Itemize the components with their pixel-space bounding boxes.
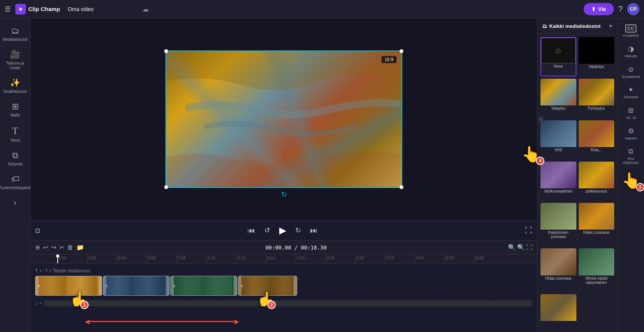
ruler-mark-8: 0:16 (296, 254, 325, 264)
corner-handle-br[interactable] (400, 185, 403, 189)
sidebar-item-sisallokjeston[interactable]: ✨ Sisällökjeston (2, 75, 29, 97)
media-label-poik: poikkeavuus (579, 188, 615, 194)
play-button[interactable]: ▶ (279, 225, 286, 236)
media-item-pyoraytys[interactable]: Pyöräytys (579, 79, 615, 118)
rewind-button[interactable]: ⏮ (248, 226, 255, 235)
fwd5-button[interactable]: ↻ (295, 226, 301, 235)
ruler-mark-3: 0:06 (147, 254, 176, 264)
fullscreen-button[interactable]: ⛶ (525, 226, 532, 235)
corner-handle-tr[interactable] (400, 49, 403, 53)
media-item-vihrea[interactable]: Vihreä näyttö satunnainen (579, 248, 615, 292)
right-icon-item-adjust[interactable]: ⊞ Ad...tö (619, 103, 643, 123)
sidebar-item-teksti[interactable]: T Teksti (2, 122, 29, 146)
ruler-mark-5: 0:10 (206, 254, 236, 264)
media-item-hidas1[interactable]: Hidas zoomaus (579, 203, 615, 246)
video-container[interactable]: 16:9 ↻ (165, 50, 402, 188)
back5-button[interactable]: ↺ (264, 226, 270, 235)
media-label-pyoraytys: Pyöräytys (579, 105, 615, 111)
media-item-varik[interactable]: Varikromaattinen (540, 162, 576, 201)
media-thumb-valaitys (540, 79, 576, 105)
clip-3[interactable]: ⏸ (170, 276, 237, 296)
folder-icon: 🗂 (11, 26, 19, 36)
media-label-vihrea: Vihreä näyttö satunnainen (579, 275, 615, 285)
right-icon-item-haivytto[interactable]: ◑ Häivyttö (619, 42, 643, 62)
zoom-in-button[interactable]: 🔍 (517, 244, 525, 251)
corner-handle-bl[interactable] (164, 185, 168, 189)
clip-pause-3: ⏸ (172, 284, 176, 288)
clip-2[interactable]: ⏸ (103, 276, 170, 296)
media-button[interactable]: 📁 (76, 244, 84, 251)
media-item-hidas2[interactable]: Hidas zoomaus (540, 248, 576, 292)
right-panel: 🗂 Kaikki mediatiedostot ▾ ⊘ None Valahdy… (537, 18, 617, 332)
clip-handle-right-1[interactable] (99, 276, 102, 295)
arrow-left-icon: ◀ (85, 318, 89, 325)
cut-button[interactable]: ✂ (59, 244, 64, 251)
help-icon[interactable]: ? (618, 5, 623, 13)
clip-handle-right-4[interactable] (294, 276, 297, 295)
avatar[interactable]: CP (627, 3, 639, 15)
media-item-poik[interactable]: poikkeavuus (579, 162, 615, 201)
ruler-mark-7: 0:14 (266, 254, 296, 264)
camera-icon: 🎥 (10, 50, 20, 60)
panel-collapse-button[interactable]: ▾ (608, 22, 613, 30)
snap-button[interactable]: ⊕ (35, 244, 40, 251)
sidebar-item-tuotemerkkipaketit[interactable]: 🏷 Tuotemerkkipaketit (2, 171, 29, 193)
sidebar-label-mallit: Mallit (11, 113, 19, 118)
clip-handle-right-3[interactable] (234, 276, 237, 295)
sidebar-item-siirtymät[interactable]: ⧉ Siirtymät (2, 147, 29, 170)
right-icon-item-suodattimet[interactable]: ⊘ Suodattimet (619, 62, 643, 82)
left-sidebar: 🗂 Mediatiedostot 🎥 Tallenna ja create ✨ … (0, 18, 31, 332)
rotate-handle[interactable]: ↻ (281, 190, 287, 199)
media-item-kaatuminen[interactable]: Kaatumisen zoomaus (540, 203, 576, 246)
clip-pause-1: ⏸ (37, 284, 41, 288)
playhead[interactable] (57, 254, 58, 263)
cloud-icon: ☁ (142, 5, 149, 13)
caption-button[interactable]: ⊡ (35, 227, 40, 234)
right-icon-label-kuvateksti: Kuvateksti (623, 34, 639, 38)
zoom-out-button[interactable]: 🔍 (508, 244, 516, 251)
sidebar-label-teksti: Teksti (10, 138, 20, 143)
ruler-mark-12: 0:24 (415, 254, 445, 264)
undo-button[interactable]: ↩ (43, 244, 48, 251)
right-icon-item-nopeus[interactable]: ⚙ Nopeus (619, 124, 643, 144)
media-thumb-vhs (540, 120, 576, 147)
timeline-fullscreen-button[interactable]: ⛶ (526, 244, 532, 251)
project-title[interactable] (65, 5, 138, 14)
right-icon-item-tehosteet[interactable]: ✦ Tehosteet (619, 83, 643, 102)
redo-button[interactable]: ↪ (51, 244, 56, 251)
export-button[interactable]: ⬆ Vie (584, 3, 614, 15)
corner-handle-tl[interactable] (164, 49, 168, 53)
media-item-bottom[interactable] (540, 294, 576, 329)
media-thumb-vihrea (579, 248, 615, 275)
media-item-valahdys[interactable]: Valahdys (579, 37, 615, 76)
media-item-valaitys[interactable]: Valaytys (540, 79, 576, 118)
cc-icon: CC (625, 24, 636, 32)
right-icon-item-muu[interactable]: ⧉ Muu ohjelmisto (619, 144, 643, 168)
clip-pause-4: ⏸ (240, 284, 244, 288)
sparkle-icon: ✨ (10, 78, 20, 88)
media-item-rotation[interactable]: Rota... (579, 120, 615, 159)
playhead-indicator (56, 254, 59, 258)
cursor-number-3: 3 (636, 183, 644, 191)
media-thumb-hidas1 (579, 203, 615, 230)
arrow-right-icon: ▶ (235, 318, 239, 325)
more-icon: ⧉ (628, 147, 633, 155)
clip-4[interactable]: ⏸ (238, 276, 297, 296)
media-thumb-valahdys (579, 37, 615, 64)
delete-button[interactable]: 🗑 (67, 244, 73, 251)
skip-button[interactable]: ⏭ (310, 226, 318, 235)
sidebar-item-mediatiedostot[interactable]: 🗂 Mediatiedostot (2, 23, 29, 45)
media-item-none[interactable]: ⊘ None (540, 37, 576, 76)
media-item-vhs[interactable]: VHS (540, 120, 576, 159)
speed-icon: ⚙ (628, 127, 634, 135)
sidebar-item-mallit[interactable]: ⊞ Mallit (2, 99, 29, 121)
chevron-right-icon: › (14, 198, 16, 208)
sidebar-item-tallenna[interactable]: 🎥 Tallenna ja create (2, 47, 29, 73)
clip-handle-right-2[interactable] (166, 276, 169, 295)
menu-icon[interactable]: ☰ (5, 5, 11, 13)
right-icon-item-kuvateksti[interactable]: CC Kuvateksti (619, 21, 643, 41)
filter-icon: ⊘ (628, 65, 634, 74)
clip-1[interactable]: ⏸ (35, 276, 102, 296)
sidebar-item-more[interactable]: › (2, 195, 29, 211)
adjust-icon: ⊞ (628, 106, 634, 115)
